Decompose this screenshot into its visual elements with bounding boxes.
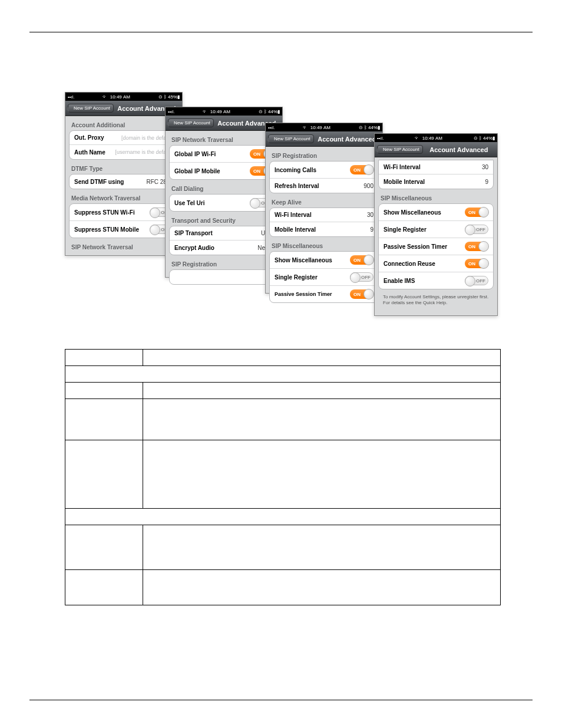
label-global-ip-wifi: Global IP Wi-Fi bbox=[174, 151, 216, 157]
battery-pct: 44% bbox=[268, 109, 277, 114]
group-sip-miscellaneous: SIP Miscellaneous bbox=[269, 239, 379, 251]
label-send-dtmf: Send DTMF using bbox=[74, 179, 124, 185]
back-button[interactable]: New SIP Account bbox=[268, 134, 314, 143]
label-suppress-stun-mobile: Suppress STUN Mobile bbox=[74, 226, 139, 233]
cell-sip-transport[interactable]: SIP Transport UDP bbox=[170, 226, 278, 241]
label-out-proxy: Out. Proxy bbox=[74, 134, 104, 141]
bluetooth-icon: ᛒ bbox=[364, 125, 367, 130]
label-use-tel-uri: Use Tel Uri bbox=[174, 200, 205, 206]
cell-mobile-interval[interactable]: Mobile Interval 9 bbox=[379, 174, 493, 189]
label-refresh-interval: Refresh Interval bbox=[275, 183, 319, 189]
cell-send-dtmf[interactable]: Send DTMF using RFC 2833 bbox=[70, 174, 178, 189]
label-passive-session-timer: Passive Session Timer bbox=[275, 291, 332, 297]
table-section-account-additional: Account Additional bbox=[65, 366, 501, 383]
toggle-passive-session-timer[interactable]: ON bbox=[465, 242, 488, 251]
table-row: [This setting is used to handle interact… bbox=[143, 525, 501, 570]
back-button[interactable]: New SIP Account bbox=[377, 145, 423, 154]
header-rule bbox=[29, 29, 533, 32]
toggle-enable-ims[interactable]: OFF bbox=[465, 276, 488, 285]
status-time: 10:49 AM bbox=[110, 94, 130, 100]
bluetooth-icon: ᛒ bbox=[164, 94, 167, 100]
cell-single-register[interactable]: Single Register OFF bbox=[270, 269, 378, 286]
value-mobile-interval: 9 bbox=[370, 226, 373, 233]
cell-enable-ims[interactable]: Enable IMS OFF bbox=[379, 272, 493, 289]
footer-note: To modify Account Settings, please unreg… bbox=[378, 292, 494, 309]
nav-title: Account Advanced bbox=[314, 136, 380, 143]
status-time: 10:49 AM bbox=[422, 136, 442, 141]
cell-global-ip-wifi[interactable]: Global IP Wi-Fi ON bbox=[170, 146, 278, 163]
cell-suppress-stun-wifi[interactable]: Suppress STUN Wi-Fi OFF bbox=[70, 204, 178, 221]
cell-refresh-interval[interactable]: Refresh Interval 900 bbox=[270, 179, 378, 193]
group-sip-registration: SIP Registration bbox=[269, 149, 379, 161]
cell-wifi-interval[interactable]: Wi-Fi Interval 30 bbox=[270, 208, 378, 222]
cell-out-proxy[interactable]: Out. Proxy [domain is the default] bbox=[70, 131, 178, 145]
battery-icon: ▮ bbox=[277, 109, 280, 114]
signal-icon: ••ıl. bbox=[168, 109, 175, 114]
label-single-register: Single Register bbox=[384, 226, 427, 233]
cell-passive-session-timer[interactable]: Passive Session Timer ON bbox=[379, 238, 493, 255]
table-row: [Authorization name. Complete only if yo… bbox=[143, 399, 501, 440]
group-transport-security: Transport and Security bbox=[169, 214, 279, 226]
battery-icon: ▮ bbox=[378, 125, 380, 130]
label-sip-transport: SIP Transport bbox=[174, 230, 213, 236]
group-call-dialing: Call Dialing bbox=[169, 182, 279, 194]
nav-bar: New SIP Account Account Advanced bbox=[266, 131, 382, 147]
signal-icon: ••ıl. bbox=[68, 94, 75, 100]
back-button[interactable]: New SIP Account bbox=[68, 104, 114, 113]
toggle-show-miscellaneous[interactable]: ON bbox=[350, 255, 373, 265]
toggle-single-register[interactable]: OFF bbox=[350, 272, 373, 282]
group-sip-network-traversal: SIP Network Traversal bbox=[69, 241, 178, 252]
table-row: Auth Name bbox=[65, 399, 143, 440]
label-auth-name: Auth Name bbox=[74, 149, 105, 156]
col-field: Field bbox=[65, 350, 143, 366]
cell-auth-name[interactable]: Auth Name [username is the default] bbox=[70, 145, 178, 159]
footer-left: CounterPath Corporation bbox=[29, 703, 95, 709]
screenshots-row: ••ıl. ᯤ 10:49 AM ⊝ ᛒ 45%▮ New SIP Accoun… bbox=[65, 92, 533, 322]
cell-global-ip-mobile[interactable]: Global IP Mobile ON bbox=[170, 163, 278, 179]
group-sip-registration: SIP Registration bbox=[169, 258, 279, 269]
cell-show-miscellaneous[interactable]: Show Miscellaneous ON bbox=[270, 252, 378, 269]
back-button[interactable]: New SIP Account bbox=[168, 118, 214, 127]
toggle-connection-reuse[interactable]: ON bbox=[465, 259, 488, 268]
page-footer: CounterPath Corporation 13 bbox=[29, 700, 533, 709]
group-media-network-traversal: Media Network Traversal bbox=[69, 192, 178, 203]
bluetooth-icon: ᛒ bbox=[264, 109, 267, 114]
cell-connection-reuse[interactable]: Connection Reuse ON bbox=[379, 255, 493, 272]
col-description: Description bbox=[143, 350, 501, 366]
nav-title: Account Advanced bbox=[423, 146, 495, 153]
group-sip-network-traversal: SIP Network Traversal bbox=[169, 133, 279, 145]
group-sip-miscellaneous: SIP Miscellaneous bbox=[378, 192, 494, 203]
label-single-register: Single Register bbox=[275, 274, 318, 281]
table-row bbox=[65, 570, 143, 605]
cell-suppress-stun-mobile[interactable]: Suppress STUN Mobile OFF bbox=[70, 221, 178, 238]
toggle-passive-session-timer[interactable]: ON bbox=[350, 289, 373, 299]
battery-pct: 45% bbox=[168, 94, 177, 100]
lock-icon: ⊝ bbox=[474, 136, 478, 141]
status-bar: ••ıl. ᯤ 10:49 AM ⊝ ᛒ 44%▮ bbox=[166, 107, 282, 116]
group-account-additional: Account Additional bbox=[69, 118, 178, 130]
cell-incoming-calls[interactable]: Incoming Calls ON bbox=[270, 162, 378, 179]
cell-encrypt-audio[interactable]: Encrypt Audio Never bbox=[170, 241, 278, 255]
cell-show-miscellaneous[interactable]: Show Miscellaneous ON bbox=[379, 204, 493, 221]
label-show-miscellaneous: Show Miscellaneous bbox=[275, 257, 332, 263]
value-mobile-interval: 9 bbox=[485, 179, 488, 185]
wifi-icon: ᯤ bbox=[203, 109, 207, 114]
status-bar: ••ıl. ᯤ 10:49 AM ⊝ ᛒ 44%▮ bbox=[266, 123, 382, 131]
label-suppress-stun-wifi: Suppress STUN Wi-Fi bbox=[74, 209, 135, 216]
wifi-icon: ᯤ bbox=[415, 136, 419, 141]
nav-bar: New SIP Account Account Advanced bbox=[375, 142, 497, 157]
bluetooth-icon: ᛒ bbox=[479, 136, 482, 141]
toggle-show-miscellaneous[interactable]: ON bbox=[465, 207, 488, 217]
cell-single-register[interactable]: Single Register OFF bbox=[379, 221, 493, 238]
battery-icon: ▮ bbox=[492, 136, 495, 141]
cell-mobile-interval[interactable]: Mobile Interval 9 bbox=[270, 222, 378, 236]
table-row: [Outbound proxy. If you have been given … bbox=[143, 383, 501, 399]
cell-wifi-interval[interactable]: Wi-Fi Interval 30 bbox=[379, 160, 493, 174]
signal-icon: ••ıl. bbox=[377, 136, 384, 141]
cell-passive-session-timer[interactable]: Passive Session Timer ON bbox=[270, 286, 378, 302]
toggle-incoming-calls[interactable]: ON bbox=[350, 165, 373, 174]
status-time: 10:49 AM bbox=[210, 109, 230, 114]
battery-icon: ▮ bbox=[177, 94, 180, 100]
cell-use-tel-uri[interactable]: Use Tel Uri OFF bbox=[170, 195, 278, 211]
toggle-single-register[interactable]: OFF bbox=[465, 225, 488, 234]
